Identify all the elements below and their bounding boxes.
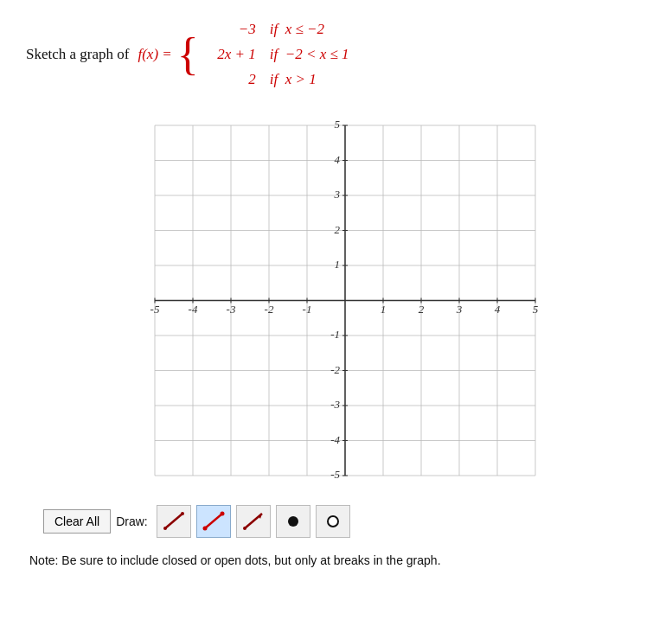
problem-prefix: Sketch a graph of — [26, 46, 129, 63]
svg-point-4 — [202, 526, 207, 530]
open-dot-icon — [321, 509, 345, 534]
line-segment-selected-icon — [202, 509, 226, 534]
closed-dot-icon — [281, 509, 305, 534]
piece-2: 2x + 1 if −2 < x ≤ 1 — [204, 42, 391, 66]
piecewise-function: { −3 if x ≤ −2 2x + 1 if −2 < x ≤ 1 2 if… — [177, 17, 391, 92]
left-brace: { — [177, 32, 199, 77]
line-segment-tool[interactable] — [157, 505, 191, 538]
svg-line-0 — [165, 514, 182, 528]
function-label: f(x) = — [138, 46, 171, 63]
piece-3-expr: 2 — [204, 67, 256, 91]
piece-1: −3 if x ≤ −2 — [204, 17, 391, 41]
piece-3-condition: if x > 1 — [270, 67, 391, 91]
piece-2-expr: 2x + 1 — [204, 42, 256, 66]
open-dot-tool[interactable] — [316, 505, 350, 538]
line-segment-selected-tool[interactable] — [196, 505, 231, 538]
piece-3: 2 if x > 1 — [204, 67, 391, 91]
graph-container — [26, 112, 646, 493]
svg-point-9 — [288, 516, 298, 527]
piece-2-condition: if −2 < x ≤ 1 — [270, 42, 391, 66]
closed-dot-tool[interactable] — [276, 505, 310, 538]
note-text: Note: Be sure to include closed or open … — [29, 552, 635, 570]
piece-1-expr: −3 — [204, 17, 256, 41]
draw-label: Draw: — [116, 514, 148, 528]
piece-1-condition: if x ≤ −2 — [270, 17, 391, 41]
ray-icon — [241, 509, 266, 534]
svg-line-3 — [205, 514, 222, 528]
problem-statement: Sketch a graph of f(x) = { −3 if x ≤ −2 … — [26, 17, 646, 92]
toolbar: Clear All Draw: — [43, 505, 646, 538]
svg-point-7 — [243, 527, 246, 530]
piecewise-rows: −3 if x ≤ −2 2x + 1 if −2 < x ≤ 1 2 if x… — [204, 17, 391, 92]
svg-point-2 — [181, 512, 184, 515]
svg-point-10 — [328, 516, 338, 527]
ray-tool[interactable] — [236, 505, 271, 538]
graph-canvas[interactable] — [120, 112, 553, 493]
svg-point-1 — [163, 527, 167, 530]
svg-point-5 — [220, 511, 224, 515]
clear-all-button[interactable]: Clear All — [43, 509, 111, 534]
line-segment-icon — [162, 509, 186, 534]
